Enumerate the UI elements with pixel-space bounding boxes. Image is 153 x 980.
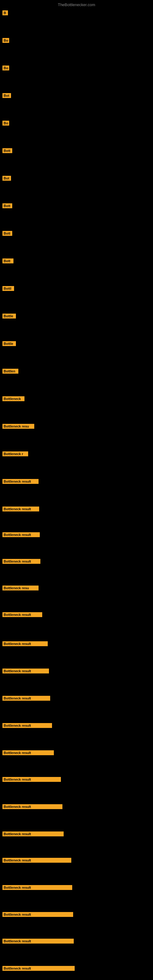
item-label: Bottleneck result	[2, 939, 74, 943]
item-label: Bottleneck result	[2, 804, 62, 809]
item-label: Bottleneck result	[2, 506, 39, 511]
list-item: Bottlen	[0, 367, 153, 375]
list-item: Bott	[0, 257, 153, 265]
item-label: Bottleneck result	[2, 777, 61, 782]
item-label: Bottleneck result	[2, 750, 54, 755]
item-label: Bottle	[2, 313, 16, 318]
list-item: Bo	[0, 64, 153, 72]
list-item: Bottleneck result	[0, 910, 153, 919]
list-item: Bottleneck result	[0, 856, 153, 865]
list-item: Bottleneck result	[0, 477, 153, 486]
item-label: Bot	[2, 176, 11, 181]
item-label: B	[2, 10, 8, 15]
list-item: Bottleneck result	[0, 557, 153, 566]
list-item: Bottleneck r	[0, 450, 153, 458]
list-item: Bottleneck result	[0, 721, 153, 730]
item-label: Bottleneck r	[2, 452, 28, 456]
list-item: Bottleneck result	[0, 505, 153, 513]
item-label: Bottleneck result	[2, 832, 64, 836]
item-label: Bott	[2, 258, 13, 263]
list-item: Bottleneck resu	[0, 422, 153, 431]
item-label: Bottleneck result	[2, 532, 40, 537]
list-item: Bottleneck result	[0, 667, 153, 675]
list-item: Bottle	[0, 339, 153, 348]
list-item: Bo	[0, 36, 153, 45]
item-label: Bottleneck result	[2, 479, 38, 484]
item-label: Bottl	[2, 286, 14, 291]
list-item: Bottleneck result	[0, 694, 153, 703]
item-label: Bo	[2, 65, 9, 70]
item-label: Bot	[2, 93, 11, 98]
item-label: Bottleneck result	[2, 641, 48, 646]
list-item: Bottleneck result	[0, 830, 153, 838]
item-label: Bottle	[2, 341, 16, 346]
list-item: Bottl	[0, 284, 153, 293]
list-item: Bot	[0, 91, 153, 100]
list-item: Bottleneck result	[0, 530, 153, 539]
item-label: Bottleneck result	[2, 612, 42, 617]
site-title: TheBottlenecker.com	[0, 0, 153, 8]
list-item: B	[0, 9, 153, 17]
list-item: Bott	[0, 229, 153, 238]
item-label: Bottleneck resu	[2, 424, 34, 429]
list-item: Bottleneck result	[0, 802, 153, 811]
item-label: Bottleneck result	[2, 696, 50, 701]
list-item: Bott	[0, 146, 153, 155]
item-label: Bottleneck	[2, 396, 24, 401]
item-label: Bott	[2, 204, 12, 208]
item-label: Bottlen	[2, 369, 18, 374]
item-label: Bottleneck result	[2, 912, 73, 917]
list-item: Bott	[0, 202, 153, 210]
list-item: Bottle	[0, 312, 153, 320]
item-label: Bott	[2, 148, 12, 153]
list-item: Bottleneck result	[0, 937, 153, 945]
item-label: Bottleneck result	[2, 668, 49, 673]
item-label: Bottleneck result	[2, 559, 40, 564]
item-label: Bottleneck result	[2, 723, 52, 728]
item-label: Bottleneck resu	[2, 585, 38, 590]
list-item: Bottleneck	[0, 395, 153, 403]
list-item: Bottleneck result	[0, 775, 153, 784]
list-item: Bottleneck resu	[0, 584, 153, 592]
item-label: Bottleneck result	[2, 858, 71, 863]
item-label: Bottleneck result	[2, 966, 75, 971]
item-label: Bo	[2, 121, 9, 126]
list-item: Bottleneck result	[0, 640, 153, 648]
item-label: Bottleneck result	[2, 885, 72, 890]
list-item: Bottleneck result	[0, 748, 153, 757]
list-item: Bo	[0, 119, 153, 127]
list-item: Bottleneck result	[0, 610, 153, 619]
list-item: Bot	[0, 174, 153, 183]
list-item: Bottleneck result	[0, 883, 153, 892]
item-label: Bo	[2, 38, 9, 43]
list-item: Bottleneck result	[0, 964, 153, 973]
item-label: Bott	[2, 231, 12, 236]
